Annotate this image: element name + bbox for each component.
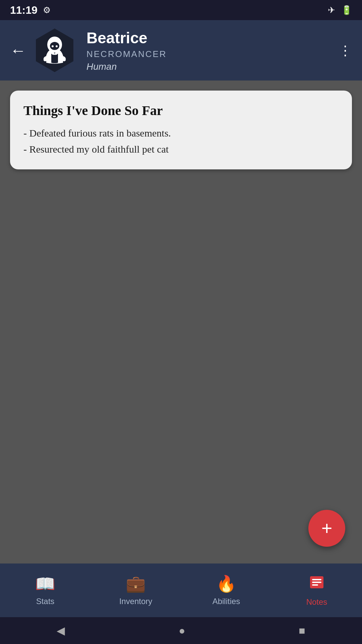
character-race: Human: [86, 61, 167, 72]
nav-item-stats[interactable]: 📖 Stats: [0, 564, 90, 617]
nav-item-inventory[interactable]: 💼 Inventory: [90, 564, 181, 617]
abilities-label: Abilities: [213, 597, 240, 606]
sys-back-button[interactable]: ◀: [57, 624, 65, 637]
character-info: Beatrice NECROMANCER Human: [86, 29, 167, 72]
svg-point-2: [52, 45, 54, 47]
note-line-1: - Defeated furious rats in basements.: [23, 125, 339, 141]
inventory-icon: 💼: [126, 575, 146, 593]
svg-rect-7: [312, 584, 318, 586]
more-options-button[interactable]: ⋮: [339, 43, 352, 58]
status-left: 11:19 ⚙: [10, 4, 51, 16]
note-title: Things I've Done So Far: [23, 103, 339, 118]
notes-icon: [309, 574, 325, 594]
settings-icon: ⚙: [43, 5, 51, 15]
character-avatar-svg: [40, 35, 70, 65]
note-card: Things I've Done So Far - Defeated furio…: [10, 91, 352, 169]
system-nav: ◀ ● ■: [0, 617, 362, 644]
add-note-button[interactable]: +: [308, 510, 345, 547]
note-body: - Defeated furious rats in basements. - …: [23, 125, 339, 157]
svg-point-1: [50, 42, 59, 50]
notes-label: Notes: [306, 597, 327, 607]
nav-item-abilities[interactable]: 🔥 Abilities: [181, 564, 272, 617]
status-bar: 11:19 ⚙ ✈ 🔋: [0, 0, 362, 20]
add-icon: +: [321, 519, 333, 538]
sys-home-button[interactable]: ●: [179, 625, 185, 637]
character-class: NECROMANCER: [86, 49, 167, 59]
stats-label: Stats: [36, 597, 55, 606]
status-right: ✈ 🔋: [328, 5, 352, 15]
svg-rect-5: [312, 579, 321, 580]
header: ← Beatrice NECROMANCER Human ⋮: [0, 20, 362, 80]
abilities-icon: 🔥: [216, 575, 236, 593]
back-button[interactable]: ←: [10, 41, 26, 60]
main-content: Things I've Done So Far - Defeated furio…: [0, 80, 362, 564]
avatar: [33, 29, 76, 72]
airplane-icon: ✈: [328, 5, 335, 15]
bottom-nav: 📖 Stats 💼 Inventory 🔥 Abilities Notes: [0, 564, 362, 617]
inventory-label: Inventory: [119, 597, 153, 606]
svg-rect-6: [312, 582, 321, 583]
status-time: 11:19: [10, 4, 38, 16]
stats-icon: 📖: [35, 575, 55, 593]
character-name: Beatrice: [86, 29, 167, 47]
nav-item-notes[interactable]: Notes: [272, 564, 362, 617]
note-line-2: - Resurected my old faithfull pet cat: [23, 141, 339, 157]
svg-point-3: [56, 45, 58, 47]
battery-icon: 🔋: [341, 5, 352, 15]
sys-recent-button[interactable]: ■: [299, 625, 305, 637]
